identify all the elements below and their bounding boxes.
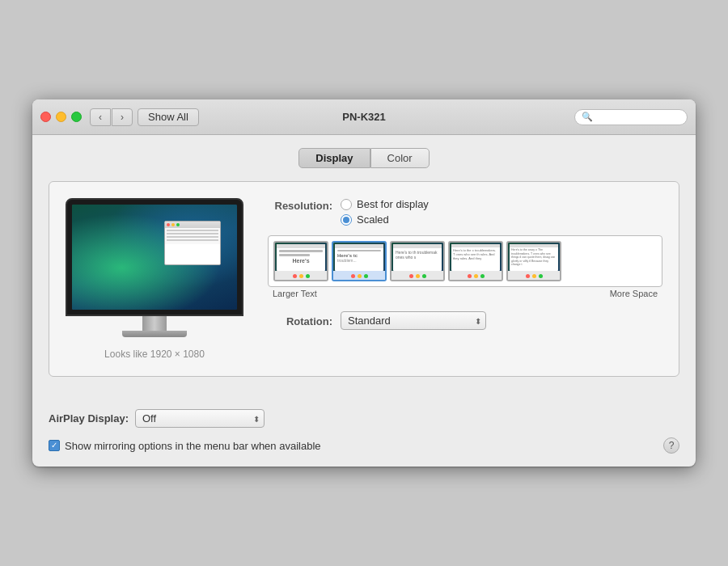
thumb-dot-g-2 bbox=[364, 274, 368, 278]
maximize-button[interactable] bbox=[71, 112, 82, 122]
rotation-row: Rotation: Standard ⬍ bbox=[268, 311, 662, 330]
settings-panel: Resolution: Best for display Scaled bbox=[268, 198, 662, 360]
thumb-dot-r-2 bbox=[351, 274, 355, 278]
thumb-dot-g-3 bbox=[422, 274, 426, 278]
mirror-label: Show mirroring options in the menu bar w… bbox=[65, 440, 321, 452]
mirror-checkbox[interactable]: ✓ bbox=[49, 440, 60, 451]
mirror-left: ✓ Show mirroring options in the menu bar… bbox=[49, 440, 321, 452]
rotation-label: Rotation: bbox=[268, 314, 341, 327]
close-button[interactable] bbox=[40, 112, 51, 122]
airplay-label: AirPlay Display: bbox=[49, 412, 129, 424]
monitor-stand-base bbox=[122, 331, 187, 337]
display-panel: Looks like 1920 × 1080 Resolution: Best … bbox=[49, 181, 679, 377]
search-input[interactable] bbox=[596, 112, 680, 123]
scale-thumb-3[interactable]: Here's to th troublemak ones who s bbox=[390, 241, 445, 281]
scale-line-1 bbox=[279, 254, 310, 256]
preview-line bbox=[167, 239, 218, 241]
preview-content bbox=[165, 228, 220, 244]
thumb-dot-y-1 bbox=[299, 274, 303, 278]
window-title: PN-K321 bbox=[342, 111, 385, 123]
navigation-buttons: ‹ › bbox=[90, 108, 133, 126]
scale-thumb-4[interactable]: Here's to the c troublemakers. T ones wh… bbox=[448, 241, 503, 281]
system-preferences-window: ‹ › Show All PN-K321 🔍 Display Color bbox=[32, 99, 696, 467]
monitor-screen bbox=[72, 205, 237, 310]
resolution-options: Best for display Scaled bbox=[341, 198, 429, 226]
scale-content-5: Here's to the crazy o The troublemakers.… bbox=[510, 247, 558, 268]
scale-screen-2: Here's tc troublem... bbox=[333, 243, 385, 271]
thumb-dot-g-5 bbox=[539, 274, 543, 278]
thumb-dot-y-2 bbox=[358, 274, 362, 278]
help-button[interactable]: ? bbox=[663, 437, 679, 454]
scale-item-2[interactable]: Here's tc troublem... bbox=[332, 241, 387, 281]
tab-bar: Display Color bbox=[49, 148, 679, 168]
resolution-best-label: Best for display bbox=[357, 198, 429, 210]
tab-color[interactable]: Color bbox=[370, 148, 430, 168]
thumb-dot-y-5 bbox=[532, 274, 536, 278]
scale-dots-3 bbox=[392, 271, 443, 281]
show-all-button[interactable]: Show All bbox=[138, 108, 199, 126]
content-area: Display Color bbox=[32, 135, 696, 393]
monitor-preview: Looks like 1920 × 1080 bbox=[66, 198, 243, 360]
scale-line-1 bbox=[279, 250, 323, 252]
resolution-best-radio[interactable] bbox=[341, 199, 352, 210]
scale-text-1: Here's bbox=[279, 258, 323, 264]
monitor-stand-neck bbox=[142, 316, 167, 331]
scale-more-space-label: More Space bbox=[610, 289, 658, 298]
scale-options-container: Here's bbox=[268, 235, 662, 298]
airplay-select-wrapper: Off ⬍ bbox=[135, 409, 265, 428]
preview-line bbox=[167, 233, 218, 234]
scale-thumb-5[interactable]: Here's to the crazy o The troublemakers.… bbox=[506, 241, 561, 281]
airplay-select[interactable]: Off bbox=[135, 409, 265, 428]
search-icon: 🔍 bbox=[582, 112, 593, 122]
tab-display[interactable]: Display bbox=[298, 148, 370, 168]
scale-thumb-2[interactable]: Here's tc troublem... bbox=[332, 241, 387, 281]
scale-inner-3: Here's to th troublemak ones who s bbox=[393, 244, 442, 271]
resolution-row: Resolution: Best for display Scaled bbox=[268, 198, 662, 226]
mirror-row: ✓ Show mirroring options in the menu bar… bbox=[49, 437, 679, 454]
screen-window-preview bbox=[164, 221, 221, 265]
scale-item-3[interactable]: Here's to th troublemak ones who s bbox=[390, 241, 445, 281]
resolution-label: Resolution: bbox=[268, 198, 341, 212]
forward-button[interactable]: › bbox=[112, 108, 133, 126]
scale-item-5[interactable]: Here's to the crazy o The troublemakers.… bbox=[506, 241, 561, 281]
check-mark-icon: ✓ bbox=[51, 441, 57, 450]
thumb-dot-g-1 bbox=[306, 274, 310, 278]
scale-dots-1 bbox=[275, 271, 327, 281]
radio-selected-dot bbox=[343, 217, 349, 223]
scale-line-2 bbox=[337, 250, 381, 251]
search-box[interactable]: 🔍 bbox=[574, 109, 688, 125]
scale-content-3: Here's to th troublemak ones who s bbox=[393, 248, 442, 261]
traffic-lights bbox=[40, 112, 82, 122]
scale-screen-5: Here's to the crazy o The troublemakers.… bbox=[508, 243, 560, 271]
resolution-scaled-label: Scaled bbox=[357, 213, 389, 226]
monitor-body bbox=[66, 198, 243, 316]
preview-line bbox=[167, 236, 218, 238]
thumb-dot-g-4 bbox=[480, 274, 485, 278]
scale-text-2b: troublem... bbox=[337, 258, 381, 263]
thumb-dot-r-5 bbox=[526, 274, 530, 278]
back-button[interactable]: ‹ bbox=[90, 108, 111, 126]
resolution-scaled-radio[interactable] bbox=[341, 214, 352, 226]
scale-inner-2: Here's tc troublem... bbox=[335, 244, 383, 271]
scale-item-4[interactable]: Here's to the c troublemakers. T ones wh… bbox=[448, 241, 503, 281]
preview-line bbox=[167, 230, 218, 231]
scale-screen-1: Here's bbox=[275, 243, 327, 271]
scale-inner-5: Here's to the crazy o The troublemakers.… bbox=[510, 244, 558, 271]
minimize-button[interactable] bbox=[56, 112, 66, 122]
scale-options: Here's bbox=[268, 235, 662, 287]
resolution-best-option[interactable]: Best for display bbox=[341, 198, 429, 210]
scale-ends: Larger Text More Space bbox=[268, 287, 662, 298]
thumb-dot-r-4 bbox=[468, 274, 472, 278]
scale-content-1: Here's bbox=[277, 248, 325, 265]
scale-thumb-1[interactable]: Here's bbox=[273, 241, 328, 281]
scale-larger-text-label: Larger Text bbox=[273, 289, 317, 298]
airplay-row: AirPlay Display: Off ⬍ bbox=[49, 409, 679, 428]
thumb-dot-r-1 bbox=[293, 274, 297, 278]
scale-content-2: Here's tc troublem... bbox=[335, 248, 383, 264]
scale-dots-5 bbox=[508, 271, 560, 281]
scale-item-1[interactable]: Here's bbox=[273, 241, 328, 281]
preview-titlebar bbox=[165, 222, 220, 228]
resolution-scaled-option[interactable]: Scaled bbox=[341, 213, 429, 226]
rotation-select[interactable]: Standard bbox=[341, 311, 486, 330]
scale-dots-2 bbox=[333, 271, 385, 281]
